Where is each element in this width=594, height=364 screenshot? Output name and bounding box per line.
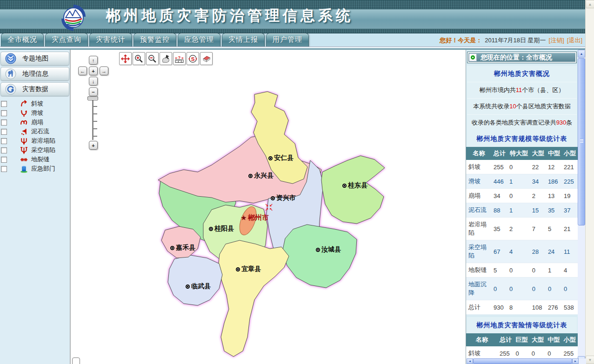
cell-value: 0 <box>530 263 546 278</box>
layer-row-karst-collapse: 岩溶塌陷 <box>0 136 70 146</box>
overview-line: 收录的各类地质灾害调查记录共930条 <box>467 114 577 131</box>
map-label-text: 嘉禾县 <box>176 244 195 252</box>
scroll-left-button[interactable]: ◄ <box>467 358 473 364</box>
map-area[interactable]: ? S ↑ ← + → ↓ − + <box>71 50 466 364</box>
pan-tool-button[interactable] <box>119 52 132 65</box>
browser-scroll-up-button[interactable]: ▲ <box>586 0 594 8</box>
map-label-text: 宜章县 <box>241 265 261 273</box>
layer-label: 地裂缝 <box>31 155 49 164</box>
sidebar-item-disaster-data[interactable]: 灾害数据 <box>0 82 69 96</box>
slope-symbol-icon <box>20 100 28 108</box>
zoom-slider-track[interactable] <box>92 100 93 140</box>
layer-list: 斜坡 滑坡 崩塌 泥石流 <box>0 99 70 173</box>
recorded-county-count: 10 <box>509 103 516 110</box>
cell-value: 0 <box>562 278 578 300</box>
chenzhou-map[interactable] <box>156 91 388 360</box>
mining-collapse-symbol-icon <box>20 146 28 154</box>
emergency-dept-checkbox[interactable] <box>1 166 7 172</box>
nav-tab-5[interactable]: 应急管理 <box>178 33 220 46</box>
sidebar-item-thematic-maps[interactable]: 专题地图 <box>0 52 69 66</box>
pan-down-button[interactable]: ↓ <box>89 77 98 86</box>
right-panel: 您现在的位置：全市概况 郴州地质灾害概况 郴州市境内共11个市（县、区） 本系统… <box>466 50 578 364</box>
zoom-out-step-button[interactable]: − <box>89 87 98 96</box>
cell-value: 0 <box>507 189 530 203</box>
map-label: 汝城县 <box>316 245 341 254</box>
exit-link[interactable]: [退出] <box>567 36 582 45</box>
browser-scroll-down-button[interactable]: ▼ <box>586 356 594 364</box>
eraser-icon <box>202 54 211 63</box>
cell-value: 186 <box>546 174 562 189</box>
nav-tab-3[interactable]: 灾害统计 <box>89 33 132 46</box>
main-column: 郴州地质灾害防治管理信息系统 全市概况灾点查询灾害统计预警监控应急管理灾情上报用… <box>0 0 585 364</box>
debris-flow-checkbox[interactable] <box>1 129 7 135</box>
sidebar-item-geo-info[interactable]: 地理信息 <box>0 67 69 81</box>
cell-value: 5 <box>492 263 507 278</box>
map-corner-button[interactable] <box>72 357 80 364</box>
circle-marker-icon <box>268 156 273 160</box>
region-linwu[interactable] <box>168 255 222 305</box>
nav-tab-6[interactable]: 灾情上报 <box>222 33 265 46</box>
pan-right-button[interactable]: → <box>100 66 108 75</box>
cell-value: 28 <box>530 240 546 263</box>
cell-value: 8 <box>507 300 530 315</box>
region-yizhang[interactable] <box>218 240 289 357</box>
nav-tab-7[interactable]: 用户管理 <box>266 33 309 46</box>
overview-line: 本系统共收录10个县区地质灾害数据 <box>467 98 577 114</box>
slope-checkbox[interactable] <box>1 101 7 107</box>
region-guidong[interactable] <box>321 156 385 224</box>
cell-value: 1 <box>546 263 562 278</box>
cell-value: 0 <box>492 278 507 300</box>
layer-label: 岩溶塌陷 <box>31 137 55 145</box>
identify-tool-button[interactable] <box>160 52 172 65</box>
region-jiahe[interactable] <box>161 226 200 258</box>
zoom-in-step-button[interactable]: + <box>89 141 98 150</box>
ground-fissure-checkbox[interactable] <box>1 157 7 163</box>
pan-left-button[interactable]: ← <box>78 66 87 75</box>
karst-collapse-checkbox[interactable] <box>1 138 7 144</box>
cell-value: 1 <box>507 203 530 218</box>
column-header: 名称 <box>466 333 498 346</box>
panel-h-scrollbar[interactable]: ◄ ► <box>467 358 579 364</box>
map-label-text: 桂东县 <box>348 181 367 190</box>
circle-marker-icon <box>209 227 213 231</box>
logout-link[interactable]: [注销] <box>549 36 564 45</box>
clear-tool-button[interactable] <box>200 52 213 65</box>
cell-value: 11 <box>562 240 578 263</box>
layer-label: 采空塌陷 <box>31 146 55 154</box>
nav-tab-1[interactable]: 全市概况 <box>1 33 44 46</box>
collapse-checkbox[interactable] <box>1 119 7 126</box>
scale-tool-button[interactable]: S <box>187 52 199 65</box>
mining-collapse-checkbox[interactable] <box>1 147 7 153</box>
layer-row-landslide: 滑坡 <box>0 108 70 118</box>
panel-scrollbar[interactable]: ▲ ▼ <box>578 50 585 364</box>
cell-value: 88 <box>492 203 507 218</box>
sidebar-item-label: 地理信息 <box>22 70 48 78</box>
map-label: 桂阳县 <box>209 225 234 233</box>
scroll-right-button[interactable]: ► <box>572 358 579 364</box>
center-map-button[interactable]: + <box>89 66 98 75</box>
svg-text:S: S <box>191 55 195 61</box>
layer-row-debris-flow: 泥石流 <box>0 127 70 136</box>
zoom-slider-handle[interactable] <box>87 96 98 100</box>
row-name: 总计 <box>466 300 492 315</box>
pan-up-button[interactable]: ↑ <box>89 56 98 65</box>
cell-value: 255 <box>492 160 507 174</box>
cell-value: 35 <box>492 218 507 240</box>
h-scrollbar-thumb[interactable] <box>473 358 572 364</box>
nav-tab-2[interactable]: 灾点查询 <box>45 33 88 46</box>
layer-row-emergency-dept: 应急部门 <box>0 164 70 173</box>
zoom-in-tool-button[interactable] <box>133 52 145 65</box>
measure-tool-button[interactable]: ? <box>173 52 186 65</box>
landslide-checkbox[interactable] <box>1 110 7 116</box>
cell-value: 37 <box>562 203 578 218</box>
zoom-out-tool-button[interactable] <box>146 52 159 65</box>
row-name: 地裂缝 <box>466 263 492 278</box>
cell-value: 0 <box>507 278 530 300</box>
nav-tab-4[interactable]: 预警监控 <box>133 33 176 46</box>
cell-value: 7 <box>530 218 546 240</box>
browser-scrollbar[interactable]: ▲ ▼ <box>585 0 594 364</box>
scroll-up-button[interactable]: ▲ <box>578 50 585 58</box>
scale-table-title: 郴州地质灾害规模等级统计表 <box>467 131 577 147</box>
scrollbar-thumb[interactable] <box>578 58 585 225</box>
region-rucheng[interactable] <box>282 225 357 288</box>
